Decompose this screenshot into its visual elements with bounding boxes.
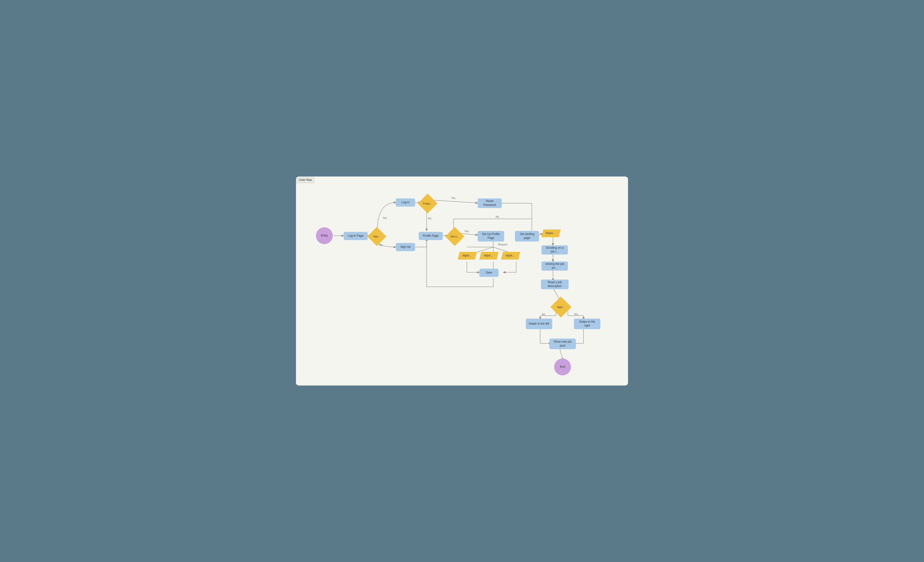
node-clicking: clicking the job po... [542, 261, 568, 270]
svg-text:No: No [428, 217, 432, 220]
svg-text:Yes: Yes [574, 313, 578, 316]
node-search: Searc... [542, 230, 561, 237]
node-entry: Entry [316, 227, 333, 244]
window-title: User flow [299, 178, 312, 182]
titlebar: User flow [296, 176, 315, 183]
node-log-in: Log-in [396, 198, 415, 207]
node-login-page: Log-In Page [344, 232, 368, 240]
svg-text:Yes: Yes [382, 216, 387, 219]
node-save: Save [479, 269, 499, 277]
node-forgot: Forgo... [418, 194, 438, 213]
svg-text:Yes: Yes [451, 197, 456, 199]
svg-text:Require: Require [498, 243, 507, 246]
node-read-desc: Read a job description [541, 279, 568, 289]
node-input1: Input... [458, 252, 477, 260]
node-set-up: Set U... [445, 227, 464, 246]
node-reset-password: Reset Password [478, 198, 502, 208]
node-profile-page: Profile Page [418, 232, 443, 240]
svg-text:Yes: Yes [464, 230, 469, 233]
node-input2: Input... [479, 252, 499, 260]
node-swipe-right: Swipe to the right [574, 319, 600, 329]
svg-text:No: No [379, 243, 382, 246]
svg-text:No: No [542, 313, 545, 316]
node-end: End [554, 359, 571, 376]
svg-text:No: No [496, 215, 499, 218]
node-show-new: Show new job post [549, 338, 576, 349]
node-swipe-left: Swipe to the left [526, 319, 552, 329]
svg-line-5 [433, 200, 478, 203]
window: User flow Yes No Yes [296, 176, 628, 386]
node-apply: Appl... [550, 296, 572, 318]
node-sign-up: Sign Up [396, 243, 415, 251]
flow-diagram: Yes No Yes No No Yes [296, 183, 628, 386]
node-set-up-profile: Set Up Profile Page [478, 231, 504, 242]
node-input3: Input... [501, 252, 520, 260]
node-has-account: Has... [367, 227, 386, 246]
node-scrolling: Scrolling on a job l... [542, 245, 568, 254]
node-job-landing: Job landing page [515, 231, 539, 242]
canvas: Yes No Yes No No Yes [296, 183, 628, 386]
